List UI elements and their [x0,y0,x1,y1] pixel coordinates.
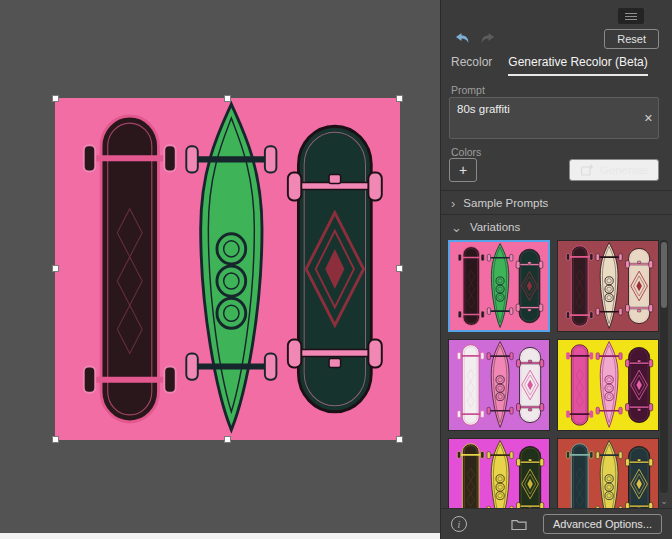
selection-handle[interactable] [396,436,403,443]
selection-handle[interactable] [224,95,231,102]
chevron-down-icon: ⌄ [451,221,462,234]
reset-button[interactable]: Reset [604,29,659,49]
tab-recolor[interactable]: Recolor [451,55,492,76]
prompt-label: Prompt [451,84,485,96]
actions-row: + Generate [449,158,659,182]
selection-handle[interactable] [396,265,403,272]
variation-thumbnail[interactable] [448,240,550,332]
advanced-options-button[interactable]: Advanced Options... [543,514,662,534]
chevron-right-icon: › [451,197,455,210]
selection-handle[interactable] [52,265,59,272]
generate-icon [580,163,594,177]
add-color-button[interactable]: + [449,158,477,182]
selection-handle[interactable] [52,95,59,102]
panel-bottom-bar: i Advanced Options... [441,508,672,539]
generate-label: Generate [600,164,648,176]
scrollbar-track[interactable] [660,240,668,493]
redo-icon [480,32,496,46]
divider [441,214,672,215]
variation-thumbnail[interactable] [557,240,659,332]
sample-prompts-section[interactable]: › Sample Prompts [451,192,659,214]
plus-icon: + [459,162,467,178]
variations-grid [448,240,659,508]
generate-button[interactable]: Generate [569,159,659,181]
panel-header: Reset [451,28,659,50]
variation-thumbnail[interactable] [557,438,659,508]
sample-prompts-label: Sample Prompts [463,197,548,209]
window-edge [0,533,440,539]
scrollbar-thumb[interactable] [661,242,667,308]
folder-icon [511,518,527,531]
variation-thumbnail[interactable] [448,438,550,508]
close-icon[interactable]: ✕ [644,98,653,138]
artwork[interactable] [55,98,400,440]
redo-button[interactable] [477,29,499,49]
variation-thumbnail[interactable] [557,339,659,431]
scroll-down-icon[interactable]: ⌄ [660,497,668,506]
variations-label: Variations [470,221,520,233]
variation-thumbnail[interactable] [448,339,550,431]
folder-button[interactable] [511,518,527,531]
prompt-input[interactable]: 80s graffiti ✕ [449,97,659,139]
info-icon[interactable]: i [451,516,467,532]
panel-menu-icon[interactable] [618,8,644,24]
undo-button[interactable] [451,29,473,49]
selection-handle[interactable] [52,436,59,443]
panel-tabs: Recolor Generative Recolor (Beta) [451,55,659,76]
divider [441,190,672,191]
canvas-area[interactable] [0,0,440,539]
prompt-value: 80s graffiti [457,103,510,115]
app-window: Reset Recolor Generative Recolor (Beta) … [0,0,672,539]
variations-section[interactable]: ⌄ Variations [451,216,659,238]
recolor-panel: Reset Recolor Generative Recolor (Beta) … [440,0,672,539]
colors-label: Colors [451,146,481,158]
undo-icon [454,32,470,46]
tab-generative-recolor[interactable]: Generative Recolor (Beta) [508,55,647,76]
selection-handle[interactable] [224,436,231,443]
selection-handle[interactable] [396,95,403,102]
